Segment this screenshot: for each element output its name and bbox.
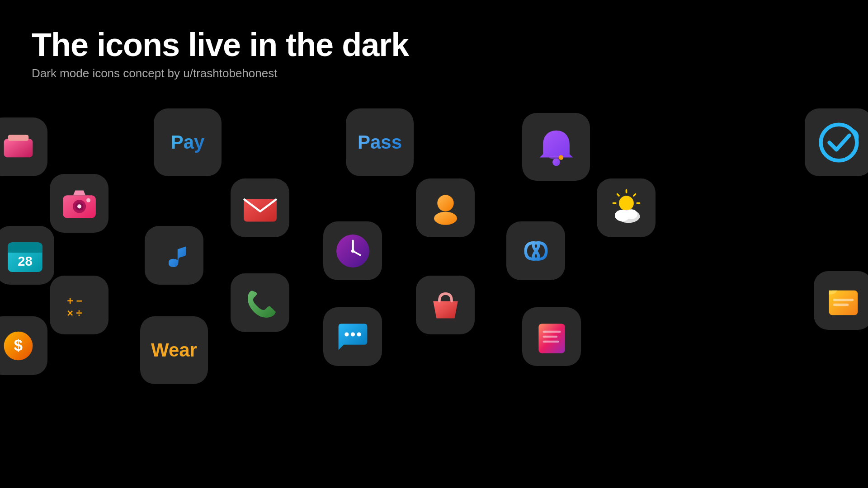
svg-rect-4 (4, 139, 33, 157)
svg-point-12 (437, 195, 453, 211)
page-subtitle: Dark mode icons concept by u/trashtobeho… (32, 66, 409, 80)
phone-icon (231, 273, 289, 332)
mail-icon (231, 178, 289, 237)
svg-text:+  −: + − (67, 295, 82, 306)
svg-point-37 (350, 332, 354, 336)
svg-rect-40 (542, 330, 561, 333)
left-partial-svg: $ (0, 325, 39, 366)
files-icon (814, 271, 868, 330)
contacts-svg (425, 188, 466, 229)
weather-icon (597, 178, 656, 237)
calculator-icon: + − × ÷ (50, 276, 108, 334)
calculator-svg: + − × ÷ (59, 285, 100, 326)
contacts-icon (416, 178, 475, 237)
samsung-pass-icon: Pass (346, 108, 414, 176)
task-icon (805, 108, 868, 176)
left-partial-icon-bottom: $ (0, 316, 47, 375)
calendar-svg: 28 (5, 235, 46, 276)
bell-icon (522, 113, 590, 181)
svg-point-10 (86, 198, 90, 202)
flow-icon (506, 221, 565, 280)
svg-point-13 (434, 211, 457, 225)
svg-text:$: $ (14, 337, 22, 354)
svg-point-14 (619, 196, 634, 211)
svg-rect-34 (833, 298, 854, 300)
messages-icon (323, 307, 382, 366)
calendar-icon: 28 (0, 226, 54, 285)
svg-text:×  ÷: × ÷ (67, 307, 82, 319)
camera-svg (59, 183, 100, 224)
phone-svg (240, 282, 281, 324)
partial-icon-svg (0, 127, 39, 168)
clock-icon (323, 221, 382, 280)
svg-point-1 (552, 158, 560, 166)
samsung-pay-icon: Pay (154, 108, 222, 176)
svg-point-3 (821, 124, 857, 160)
messages-svg (332, 316, 373, 357)
svg-rect-5 (8, 135, 28, 141)
camera-icon (50, 174, 108, 233)
svg-rect-33 (829, 290, 858, 315)
svg-rect-39 (538, 324, 565, 353)
left-partial-icon-top (0, 117, 47, 176)
notes-icon (522, 307, 581, 366)
pass-label: Pass (358, 131, 402, 153)
svg-rect-35 (833, 303, 849, 305)
svg-text:28: 28 (18, 254, 32, 268)
svg-line-16 (633, 194, 635, 196)
wear-label: Wear (151, 339, 197, 361)
music-icon (145, 226, 203, 285)
wear-icon: Wear (140, 316, 208, 384)
weather-svg (606, 188, 647, 229)
svg-line-18 (617, 194, 619, 196)
mail-svg (240, 188, 281, 229)
svg-rect-41 (542, 335, 557, 338)
header-section: The icons live in the dark Dark mode ico… (32, 27, 409, 80)
page-title: The icons live in the dark (32, 27, 409, 63)
svg-point-30 (351, 249, 354, 252)
pay-label: Pay (171, 131, 205, 153)
notes-svg (531, 316, 572, 357)
store-icon (416, 276, 475, 334)
flow-svg (515, 230, 557, 272)
bell-svg (533, 123, 580, 171)
clock-svg (332, 230, 373, 272)
svg-point-38 (357, 332, 361, 336)
svg-point-36 (344, 332, 349, 336)
svg-point-9 (77, 204, 81, 208)
store-svg (425, 285, 466, 326)
svg-point-22 (625, 209, 637, 219)
svg-rect-42 (542, 340, 559, 343)
svg-point-2 (558, 155, 563, 160)
svg-rect-25 (8, 249, 42, 252)
task-svg (815, 119, 863, 166)
music-svg (154, 235, 195, 276)
files-svg (823, 280, 864, 321)
